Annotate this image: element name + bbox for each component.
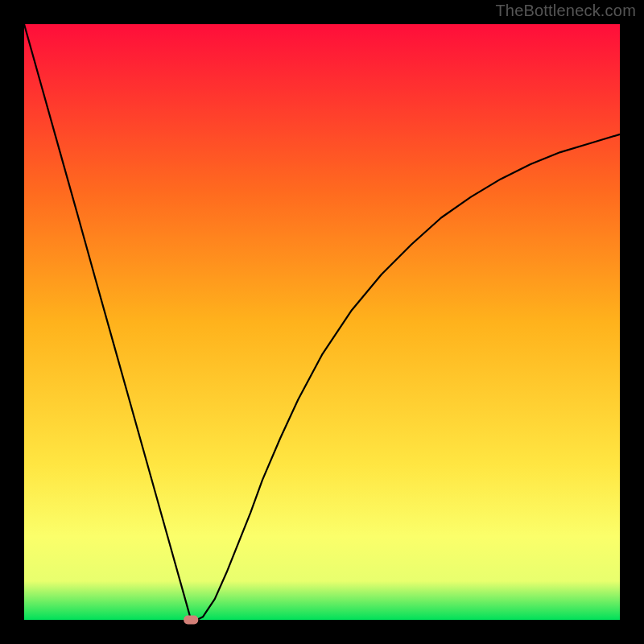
min-marker: [184, 616, 198, 625]
bottleneck-chart: [0, 0, 644, 644]
gradient-area: [24, 24, 620, 620]
watermark-text: TheBottleneck.com: [495, 2, 636, 20]
chart-frame: { "watermark": "TheBottleneck.com", "col…: [0, 0, 644, 644]
